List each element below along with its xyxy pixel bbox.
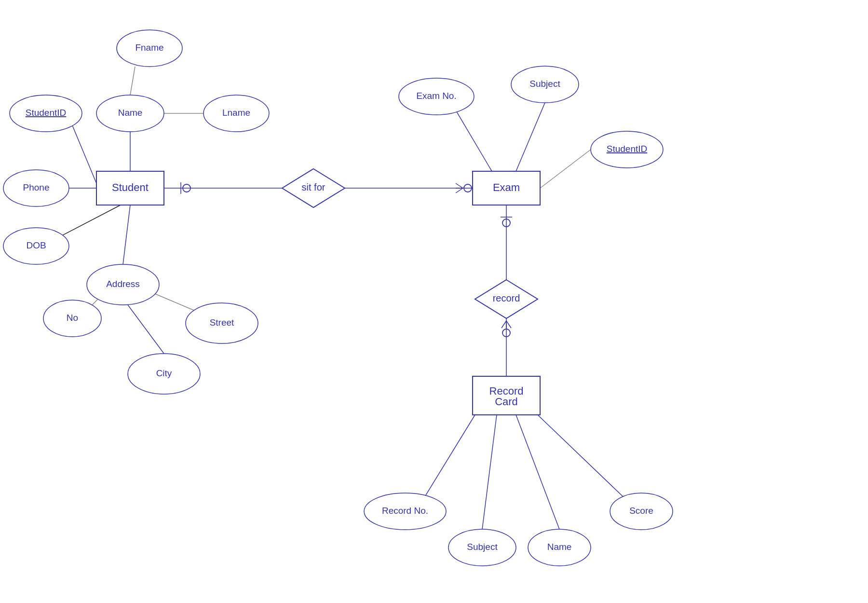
svg-line-2 — [482, 415, 497, 529]
svg-text:Student: Student — [112, 181, 149, 193]
svg-text:Exam No.: Exam No. — [416, 91, 456, 101]
svg-text:Subject: Subject — [467, 542, 498, 552]
er-diagram: StudentExamRecordCardsit forrecordStuden… — [0, 0, 868, 603]
svg-line-68 — [456, 188, 463, 193]
svg-text:Lname: Lname — [222, 108, 250, 118]
svg-line-8 — [455, 110, 492, 171]
svg-text:Exam: Exam — [493, 181, 520, 193]
svg-text:DOB: DOB — [26, 240, 46, 250]
svg-line-18 — [130, 67, 135, 95]
svg-text:City: City — [156, 368, 172, 378]
svg-line-67 — [456, 183, 463, 188]
svg-line-74 — [506, 321, 511, 328]
svg-text:StudentID: StudentID — [607, 144, 648, 154]
svg-text:Score: Score — [629, 506, 653, 516]
svg-line-14 — [123, 205, 130, 264]
svg-text:Fname: Fname — [135, 42, 163, 53]
svg-text:Address: Address — [106, 279, 140, 289]
svg-text:No: No — [67, 313, 78, 323]
svg-line-0 — [538, 415, 629, 502]
svg-text:Subject: Subject — [529, 79, 560, 89]
svg-text:record: record — [493, 293, 520, 303]
svg-text:sit for: sit for — [302, 182, 326, 192]
svg-text:Name: Name — [118, 108, 143, 118]
svg-line-1 — [516, 415, 559, 529]
svg-line-3 — [421, 415, 475, 502]
svg-text:Street: Street — [210, 317, 234, 328]
svg-line-73 — [502, 321, 506, 328]
svg-text:StudentID: StudentID — [26, 108, 67, 118]
svg-line-12 — [128, 305, 164, 354]
svg-line-20 — [71, 123, 97, 183]
svg-line-15 — [56, 205, 121, 239]
svg-text:Name: Name — [547, 542, 572, 552]
svg-line-6 — [540, 150, 591, 188]
svg-text:Record No.: Record No. — [382, 506, 428, 516]
svg-text:Phone: Phone — [23, 182, 50, 192]
svg-line-7 — [516, 103, 545, 171]
